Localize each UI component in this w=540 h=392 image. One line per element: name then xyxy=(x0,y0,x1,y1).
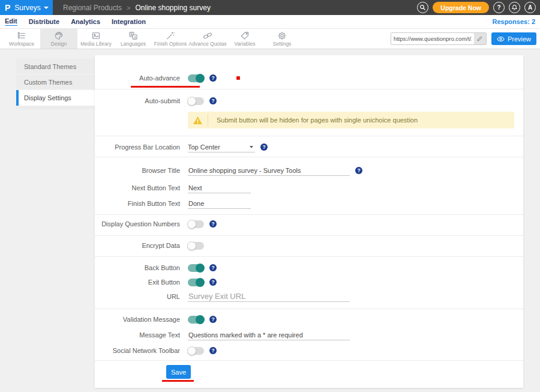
questionpro-logo-icon[interactable]: P xyxy=(5,4,10,12)
tab-label: Media Library xyxy=(80,41,112,47)
tab-label: Languages xyxy=(121,41,146,47)
separator xyxy=(95,157,523,157)
display-question-numbers-help-icon[interactable]: ? xyxy=(209,220,217,228)
design-icon xyxy=(54,31,64,40)
back-button-toggle[interactable] xyxy=(188,264,204,272)
brand-area: P Surveys xyxy=(0,0,53,15)
tab-label: Finish Options xyxy=(154,41,187,47)
auto-advance-label: Auto-advance xyxy=(95,74,180,82)
exit-button-row: Exit Button ? xyxy=(95,275,523,289)
eye-icon xyxy=(497,36,505,42)
exit-button-help-icon[interactable]: ? xyxy=(209,279,217,286)
progress-bar-location-row: Progress Bar Location Top Center ? xyxy=(95,139,523,155)
back-button-label: Back Button xyxy=(95,264,180,271)
progress-bar-help-icon[interactable]: ? xyxy=(260,143,268,151)
exit-url-label: URL xyxy=(95,293,180,300)
finish-options-icon xyxy=(166,31,175,40)
help-circle-icon[interactable]: ? xyxy=(493,2,505,13)
advance-quotas-icon xyxy=(203,31,212,40)
tab-workspace[interactable]: Workspace xyxy=(3,29,40,49)
auto-advance-row: Auto-advance ? xyxy=(95,70,523,86)
responses-count[interactable]: Responses: 2 xyxy=(492,18,535,25)
nav-item-analytics[interactable]: Analytics xyxy=(71,18,100,25)
nav-item-distribute[interactable]: Distribute xyxy=(29,18,59,25)
back-button-help-icon[interactable]: ? xyxy=(209,264,217,271)
encrypt-data-row: Encrypt Data xyxy=(95,238,523,253)
auto-advance-toggle[interactable] xyxy=(188,74,204,82)
sidebar-item-standard-themes[interactable]: Standard Themes xyxy=(16,59,95,74)
message-text-label: Message Text xyxy=(95,331,180,339)
encrypt-data-label: Encrypt Data xyxy=(95,242,180,249)
next-button-text-row: Next Button Text xyxy=(95,180,523,196)
tab-design[interactable]: Design xyxy=(40,29,77,49)
save-button[interactable]: Save xyxy=(166,365,191,379)
message-text-input[interactable] xyxy=(188,330,350,340)
preview-button[interactable]: Preview xyxy=(491,32,536,45)
tab-finish-options[interactable]: Finish Options xyxy=(152,29,189,49)
validation-message-help-icon[interactable]: ? xyxy=(209,316,217,323)
tab-label: Design xyxy=(51,41,67,47)
media-library-icon xyxy=(91,31,101,40)
separator xyxy=(95,235,523,236)
auto-advance-help-icon[interactable]: ? xyxy=(209,74,217,82)
workspace-icon xyxy=(17,31,26,40)
breadcrumb-parent[interactable]: Regional Products xyxy=(63,4,122,12)
exit-button-toggle[interactable] xyxy=(188,279,204,286)
red-underline-annotation xyxy=(131,86,200,88)
progress-bar-location-select[interactable]: Top Center xyxy=(188,142,255,152)
notifications-bell-icon[interactable] xyxy=(509,2,520,13)
tab-label: Variables xyxy=(235,41,256,47)
surveys-menu-label: Surveys xyxy=(14,4,40,12)
breadcrumb-separator: > xyxy=(127,4,130,11)
display-question-numbers-row: Display Question Numbers ? xyxy=(95,216,523,232)
search-icon[interactable] xyxy=(417,2,428,13)
auto-submit-toggle[interactable] xyxy=(188,97,204,105)
edit-url-pencil-icon[interactable] xyxy=(474,33,486,44)
sidebar-item-display-settings[interactable]: Display Settings xyxy=(16,90,95,106)
display-question-numbers-label: Display Question Numbers xyxy=(95,220,180,228)
finish-button-text-label: Finish Button Text xyxy=(95,200,180,207)
settings-icon xyxy=(277,31,287,40)
warning-text: Submit button will be hidden for pages w… xyxy=(217,116,418,124)
preview-label: Preview xyxy=(508,35,531,43)
message-text-row: Message Text xyxy=(95,327,523,343)
display-question-numbers-toggle[interactable] xyxy=(188,220,204,228)
tab-advance-quotas[interactable]: Advance Quotas xyxy=(189,29,226,49)
red-asterisk-annotation xyxy=(236,76,240,80)
chevron-down-icon xyxy=(250,146,253,148)
validation-message-toggle[interactable] xyxy=(188,316,204,324)
survey-url-input[interactable] xyxy=(391,33,474,44)
surveys-menu[interactable]: Surveys xyxy=(14,4,48,12)
upgrade-now-button[interactable]: Upgrade Now xyxy=(433,2,489,13)
encrypt-data-toggle[interactable] xyxy=(188,242,204,250)
variables-icon xyxy=(240,31,250,40)
languages-icon: A xyxy=(128,31,138,40)
next-button-text-input[interactable] xyxy=(188,182,251,193)
social-network-toolbar-help-icon[interactable]: ? xyxy=(209,347,217,354)
browser-title-help-icon[interactable]: ? xyxy=(355,167,362,174)
browser-title-row: Browser Title ? xyxy=(95,163,523,178)
tab-languages[interactable]: A Languages xyxy=(115,29,152,49)
exit-url-input[interactable] xyxy=(188,291,350,302)
design-sidebar: Standard Themes Custom Themes Display Se… xyxy=(16,59,95,109)
survey-nav: Edit Distribute Analytics Integration Re… xyxy=(0,15,540,28)
auto-submit-help-icon[interactable]: ? xyxy=(209,97,217,104)
tab-settings[interactable]: Settings xyxy=(263,29,301,49)
social-network-toolbar-toggle[interactable] xyxy=(188,347,204,355)
tab-media-library[interactable]: Media Library xyxy=(77,29,115,49)
auto-submit-label: Auto-submit xyxy=(95,97,180,104)
nav-item-edit[interactable]: Edit xyxy=(5,17,17,26)
separator xyxy=(95,214,523,215)
browser-title-input[interactable] xyxy=(188,165,350,176)
breadcrumb: Regional Products > Online shopping surv… xyxy=(53,0,211,15)
nav-item-integration[interactable]: Integration xyxy=(112,18,146,25)
warning-divider xyxy=(208,114,208,126)
content-area: Standard Themes Custom Themes Display Se… xyxy=(0,49,540,392)
sidebar-item-custom-themes[interactable]: Custom Themes xyxy=(16,74,95,90)
avatar[interactable]: A xyxy=(524,2,536,13)
tab-label: Workspace xyxy=(9,41,34,47)
tab-variables[interactable]: Variables xyxy=(226,29,263,49)
finish-button-text-input[interactable] xyxy=(188,198,251,209)
validation-message-label: Validation Message xyxy=(95,316,180,323)
chevron-down-icon xyxy=(44,7,49,9)
